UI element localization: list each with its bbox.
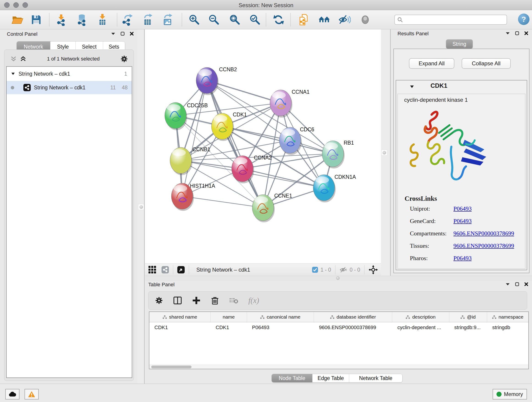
crosslink-uniprot[interactable]: P06493 xyxy=(453,205,472,212)
network-node-CCNB1[interactable]: CCNB1 xyxy=(170,147,210,175)
network-collection-row[interactable]: String Network – cdk1 1 xyxy=(7,67,132,81)
clone-network-icon[interactable] xyxy=(298,13,311,26)
toolbar-separator xyxy=(49,13,50,26)
hide-panel-eye-icon[interactable] xyxy=(338,13,351,26)
crosslink-pharos[interactable]: P06493 xyxy=(453,255,472,262)
zoom-out-icon[interactable] xyxy=(208,13,220,26)
network-node-CCNA1[interactable]: CCNA1 xyxy=(270,89,310,118)
network-node-CCNE1[interactable]: CCNE1 xyxy=(252,193,292,222)
grid-view-icon[interactable] xyxy=(148,266,157,274)
network-node-CDK1[interactable]: CDK1 xyxy=(211,112,247,141)
tab-node-table[interactable]: Node Table xyxy=(272,374,312,382)
close-panel-icon[interactable] xyxy=(130,32,134,36)
app-window: Session: New Session xyxy=(0,0,532,402)
column-header-description[interactable]: description xyxy=(392,312,449,322)
float-panel-icon[interactable] xyxy=(515,282,519,286)
save-session-icon[interactable] xyxy=(30,13,43,26)
network-node-RB1[interactable]: RB1 xyxy=(322,140,354,168)
gene-name: CDK1 xyxy=(431,82,447,89)
tab-string[interactable]: String xyxy=(446,39,473,49)
memory-button[interactable]: Memory xyxy=(493,389,527,400)
network-node-CCNA2[interactable]: CCNA2 xyxy=(232,155,272,183)
network-node-CDC25B[interactable]: CDC25B xyxy=(165,102,208,130)
crosslink-label: GeneCard: xyxy=(410,218,436,225)
network-edge[interactable] xyxy=(182,80,207,196)
show-panel-eye-icon[interactable] xyxy=(359,13,372,26)
network-edge[interactable] xyxy=(242,169,324,188)
collection-count: 1 xyxy=(124,71,127,77)
import-database-icon[interactable] xyxy=(75,13,88,26)
show-columns-icon[interactable] xyxy=(173,296,182,305)
close-panel-icon[interactable] xyxy=(524,282,528,286)
string-view-icon[interactable] xyxy=(162,266,169,274)
network-canvas[interactable]: CCNB2CCNA1CDC25BCDK1CDC6RB1CCNB1CCNA2CDK… xyxy=(145,29,381,264)
scrollbar-thumb[interactable] xyxy=(151,366,191,368)
home-icon[interactable] xyxy=(318,13,331,26)
tree-expand-icon[interactable] xyxy=(11,72,15,75)
column-header-shared-name[interactable]: shared name xyxy=(149,312,210,322)
import-table-icon[interactable] xyxy=(96,13,109,26)
table-options-gear-icon[interactable] xyxy=(155,296,163,305)
node-label-CCNB2: CCNB2 xyxy=(219,66,237,72)
export-table-icon[interactable] xyxy=(141,13,154,26)
zoom-in-icon[interactable] xyxy=(188,13,201,26)
selected-checkbox-icon[interactable] xyxy=(312,267,318,273)
refresh-layout-icon[interactable] xyxy=(272,13,285,26)
protein-structure-image xyxy=(405,105,496,192)
collapse-all-button[interactable]: Collapse All xyxy=(462,58,511,69)
horizontal-scrollbar[interactable] xyxy=(149,365,528,369)
results-panel-title: Results Panel xyxy=(398,31,429,37)
network-options-gear-icon[interactable] xyxy=(120,55,128,63)
open-in-window-icon[interactable] xyxy=(177,266,185,274)
horizontal-splitter-grip[interactable] xyxy=(336,276,340,280)
panel-menu-icon[interactable] xyxy=(505,283,510,286)
close-panel-icon[interactable] xyxy=(524,31,528,35)
warning-button[interactable] xyxy=(25,389,39,400)
tab-network-table[interactable]: Network Table xyxy=(349,374,402,382)
zoom-fit-icon[interactable] xyxy=(228,13,241,26)
network-label: String Network – cdk1 xyxy=(34,85,85,91)
panel-menu-icon[interactable] xyxy=(505,32,510,35)
open-session-icon[interactable] xyxy=(11,13,24,26)
float-panel-icon[interactable] xyxy=(120,32,125,36)
fit-content-crosshair-icon[interactable] xyxy=(369,265,378,274)
collapse-all-icon[interactable] xyxy=(10,56,17,62)
panel-menu-icon[interactable] xyxy=(111,32,115,35)
network-edge[interactable] xyxy=(207,80,263,208)
network-row-selected[interactable]: String Network – cdk1 11 48 xyxy=(7,81,132,94)
help-button[interactable]: ? xyxy=(518,13,530,25)
column-header-name[interactable]: name xyxy=(210,312,247,322)
node-label-CDC25B: CDC25B xyxy=(187,102,208,108)
crosslink-tissues[interactable]: 9606.ENSP00000378699 xyxy=(453,242,514,249)
section-collapse-icon[interactable] xyxy=(410,85,414,89)
export-network-icon[interactable] xyxy=(121,13,134,26)
cloud-status-button[interactable] xyxy=(5,389,19,400)
column-header-namespace[interactable]: namespace xyxy=(487,312,528,322)
left-splitter-grip[interactable] xyxy=(138,204,144,210)
network-node-CDC6[interactable]: CDC6 xyxy=(279,127,314,155)
delete-column-trash-icon[interactable] xyxy=(211,296,219,305)
network-node-CCNB2[interactable]: CCNB2 xyxy=(196,66,237,95)
crosslink-genecard[interactable]: P06493 xyxy=(453,218,472,225)
column-header-id[interactable]: @id xyxy=(449,312,487,322)
export-image-icon[interactable] xyxy=(161,13,174,26)
column-header-database-identifier[interactable]: database identifier xyxy=(314,312,392,322)
table-row[interactable]: CDK1 CDK1 P06493 9606.ENSP00000378699 cy… xyxy=(149,322,528,333)
delete-table-icon[interactable] xyxy=(229,297,238,304)
expand-all-button[interactable]: Expand All xyxy=(409,58,454,69)
right-splitter-grip[interactable] xyxy=(381,150,387,156)
import-network-icon[interactable] xyxy=(55,13,68,26)
node-label-CCNA2: CCNA2 xyxy=(254,155,272,161)
float-panel-icon[interactable] xyxy=(515,31,519,35)
network-node-HIST1H1A[interactable]: HIST1H1A xyxy=(171,183,215,211)
function-builder-icon[interactable]: f(x) xyxy=(248,296,259,305)
network-edge[interactable] xyxy=(182,196,263,208)
create-column-plus-icon[interactable] xyxy=(192,296,201,305)
column-header-canonical-name[interactable]: canonical name xyxy=(247,312,314,322)
zoom-selected-icon[interactable] xyxy=(249,13,261,26)
search-input[interactable] xyxy=(405,17,504,23)
network-node-CDKN1A[interactable]: CDKN1A xyxy=(313,174,356,202)
tab-edge-table[interactable]: Edge Table xyxy=(312,374,349,382)
crosslink-compartments[interactable]: 9606.ENSP00000378699 xyxy=(453,230,514,237)
expand-all-icon[interactable] xyxy=(20,56,26,62)
